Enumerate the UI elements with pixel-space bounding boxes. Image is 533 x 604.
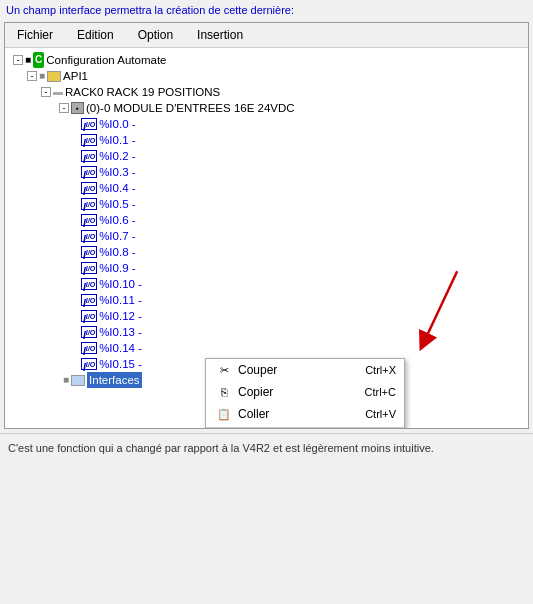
io-icon-4: II/O xyxy=(81,182,97,194)
io-icon-9: II/O xyxy=(81,262,97,274)
menu-edition[interactable]: Edition xyxy=(69,25,122,45)
tree-row-io-7[interactable]: II/O %I0.7 - xyxy=(9,228,524,244)
ctx-coller-label: Coller xyxy=(238,407,357,421)
io-label-1: %I0.1 - xyxy=(99,132,135,148)
io-icon-8: II/O xyxy=(81,246,97,258)
io-icon-2: II/O xyxy=(81,150,97,162)
menu-insertion[interactable]: Insertion xyxy=(189,25,251,45)
io-label-7: %I0.7 - xyxy=(99,228,135,244)
expand-root[interactable]: - xyxy=(13,55,23,65)
io-icon-13: II/O xyxy=(81,326,97,338)
io-label-10: %I0.10 - xyxy=(99,276,142,292)
tree-row-api[interactable]: - ■ API1 xyxy=(9,68,524,84)
c-icon: C xyxy=(33,52,44,68)
tree-row-io-4[interactable]: II/O %I0.4 - xyxy=(9,180,524,196)
menubar: Fichier Edition Option Insertion xyxy=(5,23,528,48)
io-icon-7: II/O xyxy=(81,230,97,242)
io-icon-1: II/O xyxy=(81,134,97,146)
io-icon-15: II/O xyxy=(81,358,97,370)
tree-area: - ■ C Configuration Automate - ■ API1 - … xyxy=(5,48,528,428)
io-label-2: %I0.2 - xyxy=(99,148,135,164)
io-icon-6: II/O xyxy=(81,214,97,226)
io-icon-11: II/O xyxy=(81,294,97,306)
interfaces-folder-icon xyxy=(71,375,85,386)
paste-icon: 📋 xyxy=(214,406,234,422)
io-label-15: %I0.15 - xyxy=(99,356,142,372)
tree-row-io-12[interactable]: II/O %I0.12 - xyxy=(9,308,524,324)
main-window: Fichier Edition Option Insertion - ■ C C… xyxy=(4,22,529,429)
io-label-14: %I0.14 - xyxy=(99,340,142,356)
ctx-divider xyxy=(206,427,404,428)
io-label-12: %I0.12 - xyxy=(99,308,142,324)
expand-api[interactable]: - xyxy=(27,71,37,81)
module-icon: ▪ xyxy=(71,102,84,114)
ctx-copier[interactable]: ⎘ Copier Ctrl+C xyxy=(206,381,404,403)
io-label-4: %I0.4 - xyxy=(99,180,135,196)
menu-fichier[interactable]: Fichier xyxy=(9,25,61,45)
tree-row-io-6[interactable]: II/O %I0.6 - xyxy=(9,212,524,228)
io-icon-3: II/O xyxy=(81,166,97,178)
io-label-9: %I0.9 - xyxy=(99,260,135,276)
api-icon xyxy=(47,71,61,82)
top-note: Un champ interface permettra la création… xyxy=(0,0,533,20)
scissors-icon: ✂ xyxy=(214,362,234,378)
io-label-13: %I0.13 - xyxy=(99,324,142,340)
bottom-note: C'est une fonction qui a changé par rapp… xyxy=(0,433,533,463)
tree-row-io-0[interactable]: II/O %I0.0 - xyxy=(9,116,524,132)
api-label: API1 xyxy=(63,68,88,84)
tree-row-io-14[interactable]: II/O %I0.14 - xyxy=(9,340,524,356)
copy-icon: ⎘ xyxy=(214,384,234,400)
tree-row-root[interactable]: - ■ C Configuration Automate xyxy=(9,52,524,68)
ctx-copier-shortcut: Ctrl+C xyxy=(365,386,396,398)
ctx-coller-shortcut: Ctrl+V xyxy=(365,408,396,420)
io-icon-5: II/O xyxy=(81,198,97,210)
module-label: (0)-0 MODULE D'ENTREES 16E 24VDC xyxy=(86,100,295,116)
rack-label: RACK0 RACK 19 POSITIONS xyxy=(65,84,220,100)
tree-row-rack[interactable]: - ▬ RACK0 RACK 19 POSITIONS xyxy=(9,84,524,100)
io-icon-0: II/O xyxy=(81,118,97,130)
ctx-couper[interactable]: ✂ Couper Ctrl+X xyxy=(206,359,404,381)
expand-rack[interactable]: - xyxy=(41,87,51,97)
menu-option[interactable]: Option xyxy=(130,25,181,45)
tree-row-io-8[interactable]: II/O %I0.8 - xyxy=(9,244,524,260)
tree-row-module[interactable]: - ▪ (0)-0 MODULE D'ENTREES 16E 24VDC xyxy=(9,100,524,116)
tree-row-io-13[interactable]: II/O %I0.13 - xyxy=(9,324,524,340)
io-label-6: %I0.6 - xyxy=(99,212,135,228)
ctx-couper-label: Couper xyxy=(238,363,357,377)
io-icon-10: II/O xyxy=(81,278,97,290)
ctx-couper-shortcut: Ctrl+X xyxy=(365,364,396,376)
ctx-coller[interactable]: 📋 Coller Ctrl+V xyxy=(206,403,404,425)
tree-row-io-11[interactable]: II/O %I0.11 - xyxy=(9,292,524,308)
expand-module[interactable]: - xyxy=(59,103,69,113)
io-label-0: %I0.0 - xyxy=(99,116,135,132)
io-icon-14: II/O xyxy=(81,342,97,354)
io-label-11: %I0.11 - xyxy=(99,292,142,308)
tree-row-io-2[interactable]: II/O %I0.2 - xyxy=(9,148,524,164)
io-label-5: %I0.5 - xyxy=(99,196,135,212)
tree-row-io-5[interactable]: II/O %I0.5 - xyxy=(9,196,524,212)
ctx-copier-label: Copier xyxy=(238,385,357,399)
tree-row-io-10[interactable]: II/O %I0.10 - xyxy=(9,276,524,292)
tree-row-io-3[interactable]: II/O %I0.3 - xyxy=(9,164,524,180)
tree-row-io-1[interactable]: II/O %I0.1 - xyxy=(9,132,524,148)
tree-row-io-9[interactable]: II/O %I0.9 - xyxy=(9,260,524,276)
context-menu: ✂ Couper Ctrl+X ⎘ Copier Ctrl+C 📋 Coller… xyxy=(205,358,405,428)
io-label-8: %I0.8 - xyxy=(99,244,135,260)
root-label: Configuration Automate xyxy=(46,52,166,68)
io-label-3: %I0.3 - xyxy=(99,164,135,180)
interfaces-label[interactable]: Interfaces xyxy=(87,372,142,388)
io-icon-12: II/O xyxy=(81,310,97,322)
